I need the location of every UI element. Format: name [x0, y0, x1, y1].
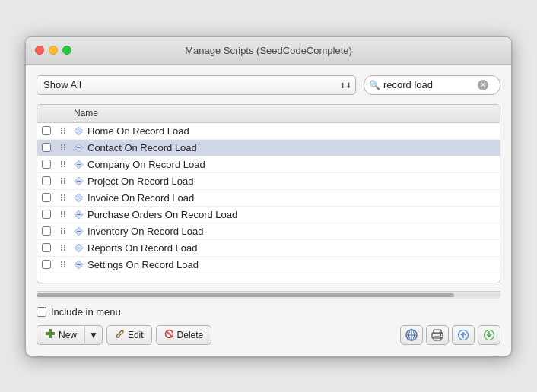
script-name: Invoice On Record Load [86, 192, 500, 204]
svg-point-10 [61, 147, 62, 148]
export-button[interactable] [478, 325, 500, 345]
table-row[interactable]: Reports On Record Load [37, 240, 500, 257]
row-checkbox[interactable] [37, 143, 56, 152]
table-row[interactable]: Home On Record Load [37, 123, 500, 140]
import-button[interactable] [452, 325, 475, 345]
svg-rect-74 [116, 337, 119, 338]
sort-handle-icon[interactable] [56, 260, 71, 269]
search-input[interactable] [383, 79, 475, 90]
svg-point-21 [64, 166, 65, 167]
svg-point-59 [64, 247, 65, 248]
row-checkbox[interactable] [37, 260, 56, 269]
svg-point-24 [61, 178, 62, 179]
maximize-button[interactable] [62, 46, 71, 55]
svg-point-41 [64, 211, 65, 213]
row-checkbox[interactable] [37, 160, 56, 169]
horizontal-scrollbar[interactable] [37, 291, 500, 299]
svg-point-18 [61, 163, 62, 165]
svg-point-56 [61, 245, 62, 246]
show-all-dropdown-wrapper: Show AllScriptsFolders ⬆⬇ [37, 75, 356, 95]
new-dropdown-arrow-button[interactable]: ▼ [84, 325, 103, 345]
row-checkbox[interactable] [37, 210, 56, 219]
svg-point-32 [61, 194, 62, 196]
row-checkbox[interactable] [37, 126, 56, 135]
table-row[interactable]: Purchase Orders On Record Load [37, 207, 500, 223]
table-row[interactable]: Company On Record Load [37, 156, 500, 173]
row-checkbox[interactable] [37, 243, 56, 252]
svg-point-11 [64, 147, 65, 148]
svg-point-12 [61, 149, 62, 150]
scripts-list-body: Home On Record Load [37, 123, 500, 283]
script-icon [71, 260, 86, 270]
row-checkbox[interactable] [37, 193, 56, 202]
row-checkbox[interactable] [37, 226, 56, 236]
svg-point-3 [64, 130, 65, 131]
export-icon [483, 329, 495, 341]
svg-point-60 [61, 249, 62, 251]
svg-point-64 [61, 261, 62, 263]
script-name: Settings On Record Load [86, 259, 500, 270]
sort-handle-icon[interactable] [56, 210, 71, 219]
svg-point-29 [64, 182, 65, 184]
svg-point-26 [61, 180, 62, 182]
script-icon [71, 160, 86, 169]
search-icon: 🔍 [369, 80, 380, 90]
svg-point-57 [64, 245, 65, 246]
table-row[interactable]: Settings On Record Load [37, 257, 500, 273]
new-button[interactable]: New [37, 325, 84, 345]
include-in-menu-checkbox[interactable] [37, 307, 46, 317]
sort-handle-icon[interactable] [56, 160, 71, 169]
sort-handle-icon[interactable] [56, 143, 71, 152]
svg-point-17 [64, 161, 65, 163]
show-all-dropdown[interactable]: Show AllScriptsFolders [37, 75, 356, 95]
row-checkbox[interactable] [37, 176, 56, 185]
include-in-menu-label: Include in menu [51, 306, 121, 318]
svg-point-4 [61, 132, 62, 134]
titlebar: Manage Scripts (SeedCodeComplete) [26, 37, 511, 65]
close-button[interactable] [35, 46, 44, 55]
search-clear-button[interactable]: ✕ [478, 80, 488, 90]
svg-rect-73 [49, 329, 52, 338]
svg-rect-84 [440, 334, 441, 336]
sort-handle-icon[interactable] [56, 176, 71, 185]
print-button[interactable] [426, 325, 449, 345]
table-row[interactable]: Invoice On Record Load [37, 190, 500, 207]
table-row[interactable]: Inventory On Record Load [37, 223, 500, 240]
script-icon [71, 243, 86, 253]
window-title: Manage Scripts (SeedCodeComplete) [185, 45, 352, 56]
sort-handle-icon[interactable] [56, 193, 71, 202]
minimize-button[interactable] [49, 46, 58, 55]
sort-handle-icon[interactable] [56, 126, 71, 135]
delete-button[interactable]: Delete [156, 325, 212, 345]
delete-label: Delete [177, 330, 204, 340]
script-icon [71, 126, 86, 136]
globe-button[interactable] [400, 325, 423, 345]
script-icon [71, 226, 86, 236]
sort-handle-icon[interactable] [56, 226, 71, 236]
scrollbar-track [37, 293, 500, 297]
edit-icon [115, 329, 125, 341]
sort-handle-icon[interactable] [56, 243, 71, 252]
script-name: Project On Record Load [86, 175, 500, 187]
svg-point-27 [64, 180, 65, 182]
svg-point-49 [64, 228, 65, 229]
svg-point-8 [61, 144, 62, 146]
svg-point-34 [61, 197, 62, 198]
script-name: Contact On Record Load [86, 142, 500, 153]
table-row[interactable]: Project On Record Load [37, 173, 500, 190]
svg-point-45 [64, 216, 65, 217]
svg-point-2 [61, 130, 62, 131]
bottom-bar: New ▼ Edit Delete [37, 325, 500, 345]
svg-point-50 [61, 230, 62, 232]
script-icon [71, 193, 86, 203]
right-action-buttons [400, 325, 500, 345]
script-name: Company On Record Load [86, 159, 500, 170]
scrollbar-thumb[interactable] [37, 293, 454, 297]
svg-point-44 [61, 216, 62, 217]
edit-button[interactable]: Edit [106, 325, 152, 345]
table-row[interactable]: Contact On Record Load [37, 140, 500, 156]
svg-point-58 [61, 247, 62, 248]
svg-point-61 [64, 249, 65, 251]
svg-point-16 [61, 161, 62, 163]
import-icon [457, 329, 469, 341]
